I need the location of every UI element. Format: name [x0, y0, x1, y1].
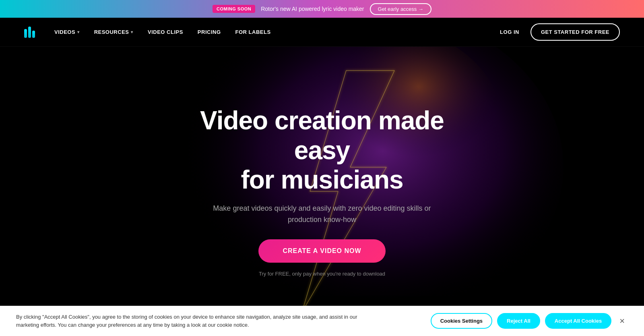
reject-all-button[interactable]: Reject All: [497, 313, 540, 329]
cookies-settings-button[interactable]: Cookies Settings: [431, 313, 492, 329]
cookie-close-button[interactable]: ×: [616, 315, 628, 327]
cookie-text: By clicking "Accept All Cookies", you ag…: [16, 313, 378, 329]
logo[interactable]: [24, 27, 35, 38]
top-banner: COMING SOON Rotor's new AI powered lyric…: [0, 0, 644, 18]
hero-content: Video creation made easyfor musicians Ma…: [181, 106, 463, 277]
logo-icon: [24, 27, 35, 38]
logo-bar-2: [28, 27, 31, 38]
cookie-actions: Cookies Settings Reject All Accept All C…: [431, 313, 628, 329]
chevron-down-icon: ▾: [77, 30, 80, 34]
navbar: VIDEOS ▾ RESOURCES ▾ VIDEO CLIPS PRICING…: [0, 18, 644, 47]
cookie-banner: By clicking "Accept All Cookies", you ag…: [0, 306, 644, 336]
nav-item-videoclips[interactable]: VIDEO CLIPS: [148, 29, 183, 35]
hero-title: Video creation made easyfor musicians: [181, 106, 463, 195]
nav-right: LOG IN GET STARTED FOR FREE: [500, 23, 620, 41]
hero-section: Video creation made easyfor musicians Ma…: [0, 47, 644, 336]
login-button[interactable]: LOG IN: [500, 29, 519, 35]
logo-bar-1: [24, 29, 27, 38]
nav-item-videos[interactable]: VIDEOS ▾: [54, 29, 80, 35]
nav-item-pricing[interactable]: PRICING: [198, 29, 221, 35]
accept-all-cookies-button[interactable]: Accept All Cookies: [545, 313, 611, 329]
logo-bar-3: [32, 31, 35, 38]
create-video-button[interactable]: CREATE A VIDEO NOW: [258, 239, 385, 263]
nav-item-resources[interactable]: RESOURCES ▾: [94, 29, 133, 35]
chevron-down-icon: ▾: [131, 30, 133, 34]
nav-links: VIDEOS ▾ RESOURCES ▾ VIDEO CLIPS PRICING…: [54, 29, 500, 35]
nav-item-forlabels[interactable]: FOR LABELS: [235, 29, 271, 35]
banner-cta-button[interactable]: Get early access →: [370, 3, 431, 15]
get-started-button[interactable]: GET STARTED FOR FREE: [530, 23, 620, 41]
banner-text: Rotor's new AI powered lyric video maker: [261, 6, 364, 12]
hero-subtitle: Make great videos quickly and easily wit…: [209, 203, 435, 226]
hero-note: Try for FREE, only pay when you're ready…: [259, 271, 385, 277]
coming-soon-badge: COMING SOON: [213, 5, 255, 13]
